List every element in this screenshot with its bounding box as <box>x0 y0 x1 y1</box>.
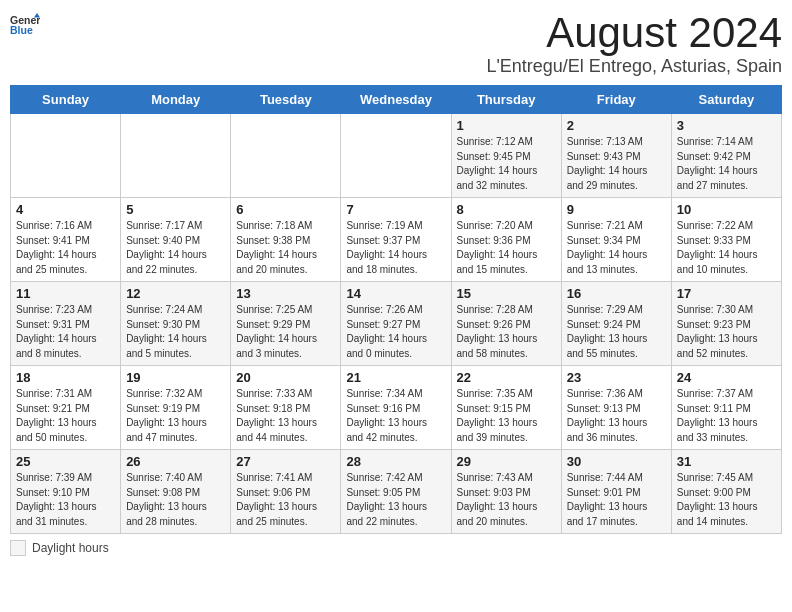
day-number: 30 <box>567 454 666 469</box>
day-info: Sunrise: 7:36 AM Sunset: 9:13 PM Dayligh… <box>567 387 666 445</box>
calendar-cell: 25Sunrise: 7:39 AM Sunset: 9:10 PM Dayli… <box>11 450 121 534</box>
calendar-cell: 13Sunrise: 7:25 AM Sunset: 9:29 PM Dayli… <box>231 282 341 366</box>
day-number: 29 <box>457 454 556 469</box>
calendar-cell: 31Sunrise: 7:45 AM Sunset: 9:00 PM Dayli… <box>671 450 781 534</box>
day-number: 22 <box>457 370 556 385</box>
day-number: 12 <box>126 286 225 301</box>
day-info: Sunrise: 7:17 AM Sunset: 9:40 PM Dayligh… <box>126 219 225 277</box>
day-info: Sunrise: 7:44 AM Sunset: 9:01 PM Dayligh… <box>567 471 666 529</box>
calendar-cell: 17Sunrise: 7:30 AM Sunset: 9:23 PM Dayli… <box>671 282 781 366</box>
day-info: Sunrise: 7:32 AM Sunset: 9:19 PM Dayligh… <box>126 387 225 445</box>
day-number: 2 <box>567 118 666 133</box>
calendar-cell: 5Sunrise: 7:17 AM Sunset: 9:40 PM Daylig… <box>121 198 231 282</box>
weekday-header-saturday: Saturday <box>671 86 781 114</box>
svg-text:Blue: Blue <box>10 24 33 36</box>
calendar-cell: 3Sunrise: 7:14 AM Sunset: 9:42 PM Daylig… <box>671 114 781 198</box>
day-number: 8 <box>457 202 556 217</box>
calendar-cell: 6Sunrise: 7:18 AM Sunset: 9:38 PM Daylig… <box>231 198 341 282</box>
calendar-week-row: 18Sunrise: 7:31 AM Sunset: 9:21 PM Dayli… <box>11 366 782 450</box>
day-info: Sunrise: 7:29 AM Sunset: 9:24 PM Dayligh… <box>567 303 666 361</box>
day-number: 15 <box>457 286 556 301</box>
calendar-cell: 19Sunrise: 7:32 AM Sunset: 9:19 PM Dayli… <box>121 366 231 450</box>
calendar-cell: 24Sunrise: 7:37 AM Sunset: 9:11 PM Dayli… <box>671 366 781 450</box>
calendar-cell: 1Sunrise: 7:12 AM Sunset: 9:45 PM Daylig… <box>451 114 561 198</box>
title-block: August 2024 L'Entregu/El Entrego, Asturi… <box>486 10 782 77</box>
day-number: 3 <box>677 118 776 133</box>
calendar-cell: 9Sunrise: 7:21 AM Sunset: 9:34 PM Daylig… <box>561 198 671 282</box>
day-info: Sunrise: 7:43 AM Sunset: 9:03 PM Dayligh… <box>457 471 556 529</box>
calendar-cell: 21Sunrise: 7:34 AM Sunset: 9:16 PM Dayli… <box>341 366 451 450</box>
month-year-title: August 2024 <box>486 10 782 56</box>
day-number: 24 <box>677 370 776 385</box>
location-subtitle: L'Entregu/El Entrego, Asturias, Spain <box>486 56 782 77</box>
day-number: 13 <box>236 286 335 301</box>
day-number: 23 <box>567 370 666 385</box>
calendar-cell: 11Sunrise: 7:23 AM Sunset: 9:31 PM Dayli… <box>11 282 121 366</box>
calendar-week-row: 25Sunrise: 7:39 AM Sunset: 9:10 PM Dayli… <box>11 450 782 534</box>
calendar-cell: 12Sunrise: 7:24 AM Sunset: 9:30 PM Dayli… <box>121 282 231 366</box>
day-number: 18 <box>16 370 115 385</box>
calendar-cell: 27Sunrise: 7:41 AM Sunset: 9:06 PM Dayli… <box>231 450 341 534</box>
day-number: 19 <box>126 370 225 385</box>
calendar-cell: 7Sunrise: 7:19 AM Sunset: 9:37 PM Daylig… <box>341 198 451 282</box>
calendar-week-row: 1Sunrise: 7:12 AM Sunset: 9:45 PM Daylig… <box>11 114 782 198</box>
calendar-cell: 23Sunrise: 7:36 AM Sunset: 9:13 PM Dayli… <box>561 366 671 450</box>
day-number: 21 <box>346 370 445 385</box>
day-info: Sunrise: 7:40 AM Sunset: 9:08 PM Dayligh… <box>126 471 225 529</box>
weekday-header-tuesday: Tuesday <box>231 86 341 114</box>
day-info: Sunrise: 7:35 AM Sunset: 9:15 PM Dayligh… <box>457 387 556 445</box>
calendar-cell: 8Sunrise: 7:20 AM Sunset: 9:36 PM Daylig… <box>451 198 561 282</box>
day-info: Sunrise: 7:30 AM Sunset: 9:23 PM Dayligh… <box>677 303 776 361</box>
day-info: Sunrise: 7:12 AM Sunset: 9:45 PM Dayligh… <box>457 135 556 193</box>
day-number: 20 <box>236 370 335 385</box>
day-number: 25 <box>16 454 115 469</box>
day-info: Sunrise: 7:19 AM Sunset: 9:37 PM Dayligh… <box>346 219 445 277</box>
legend-box <box>10 540 26 556</box>
legend-label: Daylight hours <box>32 541 109 555</box>
calendar-cell: 22Sunrise: 7:35 AM Sunset: 9:15 PM Dayli… <box>451 366 561 450</box>
day-number: 17 <box>677 286 776 301</box>
day-number: 11 <box>16 286 115 301</box>
day-info: Sunrise: 7:21 AM Sunset: 9:34 PM Dayligh… <box>567 219 666 277</box>
day-info: Sunrise: 7:41 AM Sunset: 9:06 PM Dayligh… <box>236 471 335 529</box>
logo: General Blue <box>10 10 40 40</box>
day-number: 4 <box>16 202 115 217</box>
weekday-header-friday: Friday <box>561 86 671 114</box>
header: General Blue August 2024 L'Entregu/El En… <box>10 10 782 77</box>
day-number: 1 <box>457 118 556 133</box>
calendar-week-row: 4Sunrise: 7:16 AM Sunset: 9:41 PM Daylig… <box>11 198 782 282</box>
day-info: Sunrise: 7:23 AM Sunset: 9:31 PM Dayligh… <box>16 303 115 361</box>
day-info: Sunrise: 7:14 AM Sunset: 9:42 PM Dayligh… <box>677 135 776 193</box>
calendar-cell <box>121 114 231 198</box>
day-number: 27 <box>236 454 335 469</box>
calendar-cell: 15Sunrise: 7:28 AM Sunset: 9:26 PM Dayli… <box>451 282 561 366</box>
day-info: Sunrise: 7:13 AM Sunset: 9:43 PM Dayligh… <box>567 135 666 193</box>
day-number: 31 <box>677 454 776 469</box>
day-number: 28 <box>346 454 445 469</box>
calendar-cell: 18Sunrise: 7:31 AM Sunset: 9:21 PM Dayli… <box>11 366 121 450</box>
day-info: Sunrise: 7:45 AM Sunset: 9:00 PM Dayligh… <box>677 471 776 529</box>
day-number: 5 <box>126 202 225 217</box>
weekday-header-thursday: Thursday <box>451 86 561 114</box>
day-info: Sunrise: 7:39 AM Sunset: 9:10 PM Dayligh… <box>16 471 115 529</box>
day-number: 26 <box>126 454 225 469</box>
day-info: Sunrise: 7:33 AM Sunset: 9:18 PM Dayligh… <box>236 387 335 445</box>
logo-icon: General Blue <box>10 10 40 40</box>
day-info: Sunrise: 7:16 AM Sunset: 9:41 PM Dayligh… <box>16 219 115 277</box>
calendar-week-row: 11Sunrise: 7:23 AM Sunset: 9:31 PM Dayli… <box>11 282 782 366</box>
calendar-cell: 26Sunrise: 7:40 AM Sunset: 9:08 PM Dayli… <box>121 450 231 534</box>
calendar-cell: 29Sunrise: 7:43 AM Sunset: 9:03 PM Dayli… <box>451 450 561 534</box>
day-info: Sunrise: 7:20 AM Sunset: 9:36 PM Dayligh… <box>457 219 556 277</box>
calendar-cell: 14Sunrise: 7:26 AM Sunset: 9:27 PM Dayli… <box>341 282 451 366</box>
day-number: 7 <box>346 202 445 217</box>
day-info: Sunrise: 7:28 AM Sunset: 9:26 PM Dayligh… <box>457 303 556 361</box>
day-info: Sunrise: 7:22 AM Sunset: 9:33 PM Dayligh… <box>677 219 776 277</box>
day-number: 16 <box>567 286 666 301</box>
calendar-cell: 30Sunrise: 7:44 AM Sunset: 9:01 PM Dayli… <box>561 450 671 534</box>
legend-area: Daylight hours <box>10 540 782 556</box>
calendar-cell: 20Sunrise: 7:33 AM Sunset: 9:18 PM Dayli… <box>231 366 341 450</box>
day-number: 14 <box>346 286 445 301</box>
day-info: Sunrise: 7:24 AM Sunset: 9:30 PM Dayligh… <box>126 303 225 361</box>
day-info: Sunrise: 7:25 AM Sunset: 9:29 PM Dayligh… <box>236 303 335 361</box>
calendar-cell: 4Sunrise: 7:16 AM Sunset: 9:41 PM Daylig… <box>11 198 121 282</box>
